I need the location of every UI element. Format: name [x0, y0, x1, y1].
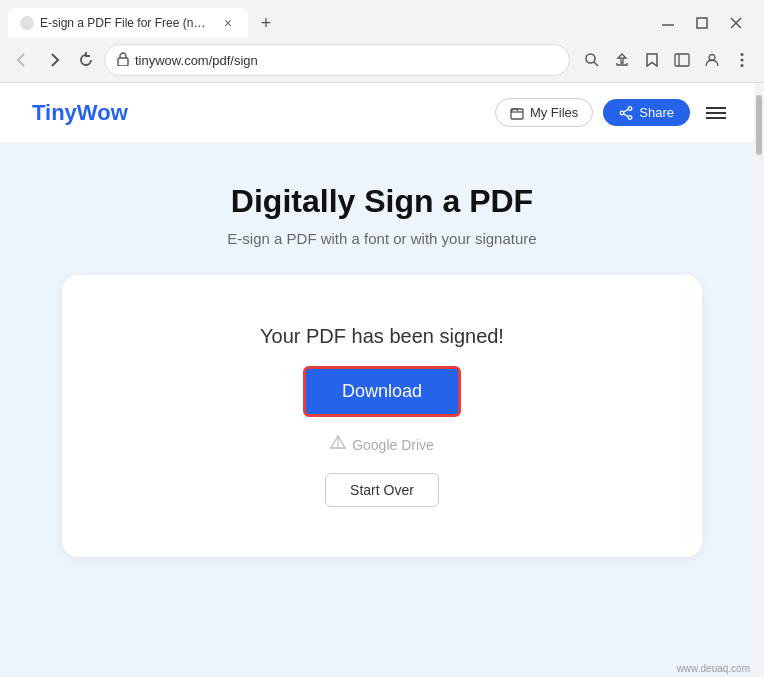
main-content: Digitally Sign a PDF E-sign a PDF with a… — [0, 143, 764, 597]
new-tab-button[interactable]: + — [252, 9, 280, 37]
forward-button[interactable] — [40, 46, 68, 74]
hamburger-menu-button[interactable] — [700, 97, 732, 129]
search-icon[interactable] — [578, 46, 606, 74]
svg-point-14 — [628, 106, 632, 110]
svg-line-6 — [594, 62, 598, 66]
svg-line-18 — [624, 114, 629, 117]
success-message: Your PDF has been signed! — [260, 325, 504, 348]
address-input[interactable]: tinywow.com/pdf/sign — [104, 44, 570, 76]
reload-button[interactable] — [72, 46, 100, 74]
google-drive-link[interactable]: Google Drive — [330, 435, 434, 455]
watermark: www.deuaq.com — [677, 663, 750, 674]
google-drive-icon — [330, 435, 346, 455]
svg-point-10 — [741, 53, 744, 56]
window-restore-button[interactable] — [686, 8, 718, 38]
url-text: tinywow.com/pdf/sign — [135, 53, 557, 68]
website-content: TinyWow My Files Share Digitally Sign a … — [0, 83, 764, 677]
svg-rect-1 — [697, 18, 707, 28]
svg-point-12 — [741, 64, 744, 67]
files-icon — [510, 106, 524, 120]
tab-bar: E-sign a PDF File for Free (no sig… × + — [0, 0, 764, 38]
page-subtitle: E-sign a PDF with a font or with your si… — [227, 230, 536, 247]
browser-chrome: E-sign a PDF File for Free (no sig… × + — [0, 0, 764, 83]
site-header: TinyWow My Files Share — [0, 83, 764, 143]
share-label: Share — [639, 105, 674, 120]
svg-point-11 — [741, 59, 744, 62]
bookmark-icon[interactable] — [638, 46, 666, 74]
tab-close-button[interactable]: × — [220, 15, 236, 31]
scrollbar-thumb[interactable] — [756, 95, 762, 155]
lock-icon — [117, 52, 129, 69]
window-close-button[interactable] — [720, 8, 752, 38]
svg-line-17 — [624, 109, 629, 112]
start-over-button[interactable]: Start Over — [325, 473, 439, 507]
window-controls — [652, 8, 756, 38]
my-files-button[interactable]: My Files — [495, 98, 593, 127]
share-button[interactable]: Share — [603, 99, 690, 126]
sidebar-icon[interactable] — [668, 46, 696, 74]
back-button[interactable] — [8, 46, 36, 74]
tab-favicon — [20, 16, 34, 30]
download-button[interactable]: Download — [303, 366, 461, 417]
header-actions: My Files Share — [495, 97, 732, 129]
active-tab[interactable]: E-sign a PDF File for Free (no sig… × — [8, 8, 248, 38]
svg-point-5 — [586, 54, 595, 63]
menu-icon[interactable] — [728, 46, 756, 74]
logo-blue: Wow — [77, 100, 128, 125]
address-bar: tinywow.com/pdf/sign — [0, 38, 764, 82]
svg-rect-7 — [675, 54, 689, 66]
page-title: Digitally Sign a PDF — [231, 183, 533, 220]
window-minimize-icon[interactable] — [652, 8, 684, 38]
svg-point-15 — [628, 115, 632, 119]
share-icon — [619, 106, 633, 120]
result-card: Your PDF has been signed! Download Googl… — [62, 275, 702, 557]
tab-title: E-sign a PDF File for Free (no sig… — [40, 16, 212, 30]
svg-point-16 — [620, 111, 624, 115]
share-page-icon[interactable] — [608, 46, 636, 74]
logo-black: Tiny — [32, 100, 77, 125]
profile-icon[interactable] — [698, 46, 726, 74]
my-files-label: My Files — [530, 105, 578, 120]
toolbar-icons — [578, 46, 756, 74]
scrollbar[interactable] — [754, 83, 764, 677]
site-logo: TinyWow — [32, 100, 128, 126]
svg-rect-4 — [118, 58, 128, 66]
google-drive-label: Google Drive — [352, 437, 434, 453]
